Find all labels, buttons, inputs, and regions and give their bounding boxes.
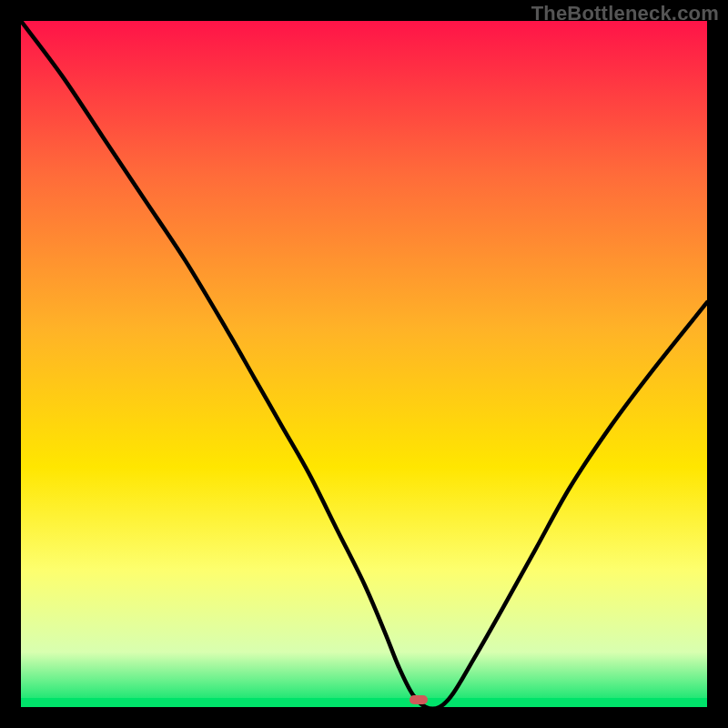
gradient-background: [21, 21, 707, 707]
plot-area: [21, 21, 707, 707]
chart-frame: TheBottleneck.com: [0, 0, 728, 728]
optimal-point-marker: [410, 695, 428, 704]
green-baseline: [21, 698, 707, 707]
watermark-text: TheBottleneck.com: [531, 2, 719, 25]
svg-rect-0: [21, 21, 707, 707]
